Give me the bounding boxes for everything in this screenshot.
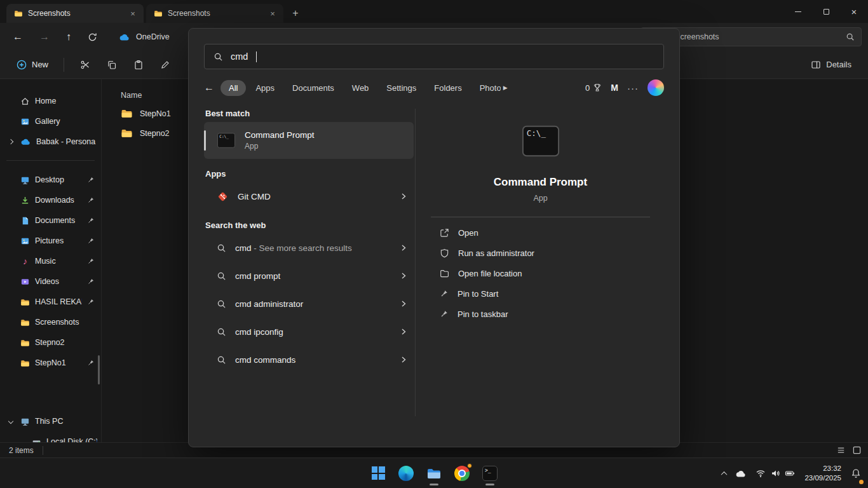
sidebar-scrollbar[interactable] (98, 355, 100, 384)
chevron-right-icon[interactable] (400, 244, 407, 252)
folder-icon (121, 107, 133, 119)
cut-button[interactable] (73, 54, 97, 76)
explorer-tab-2[interactable]: Screenshots × (146, 4, 283, 23)
thumbnail-view-icon[interactable] (852, 445, 862, 455)
web-result[interactable]: cmd commands (204, 346, 414, 374)
search-input[interactable]: cmd (204, 44, 664, 69)
sidebar-item-stepno1[interactable]: StepNo1 (0, 353, 101, 373)
chrome-button[interactable] (449, 461, 475, 486)
sidebar-item-local-disk-c[interactable]: Local Disk (C:) (0, 431, 101, 442)
result-title: cmd (235, 243, 252, 253)
downloads-icon (20, 196, 30, 205)
sidebar-item-hasil-rekam[interactable]: HASIL REKAM (0, 292, 101, 312)
copy-button[interactable] (100, 54, 124, 76)
chevron-down-icon (8, 419, 13, 424)
web-result[interactable]: cmd administrator (204, 290, 414, 318)
chevron-right-icon[interactable] (400, 356, 407, 363)
minimize-icon (795, 11, 801, 12)
action-pin-to-start[interactable]: Pin to Start (440, 283, 649, 304)
tab-close-icon[interactable]: × (127, 8, 139, 19)
terminal-button[interactable]: >_ (477, 461, 503, 486)
up-button[interactable]: ↑ (66, 31, 71, 43)
paste-button[interactable] (126, 54, 151, 76)
sidebar-item-music[interactable]: ♪ Music (0, 251, 101, 271)
result-title: cmd commands (235, 355, 295, 365)
sidebar-item-documents[interactable]: Documents (0, 210, 101, 231)
maximize-icon (824, 9, 829, 15)
folder-icon (20, 358, 30, 368)
minimize-button[interactable] (784, 0, 812, 23)
list-view-icon[interactable] (836, 445, 846, 455)
back-icon[interactable]: ← (204, 82, 214, 93)
action-open-file-location[interactable]: Open file location (440, 263, 649, 283)
sidebar-item-videos[interactable]: Videos (0, 271, 101, 292)
copilot-icon[interactable] (648, 79, 664, 96)
sidebar-item-gallery[interactable]: Gallery (0, 111, 101, 132)
music-icon: ♪ (20, 256, 30, 266)
filter-tab-apps[interactable]: Apps (247, 80, 283, 96)
web-result[interactable]: cmd ipconfig (204, 318, 414, 346)
more-options-icon[interactable]: ··· (627, 83, 639, 93)
new-button[interactable]: New (10, 56, 55, 74)
result-suffix: - See more search results (252, 243, 352, 253)
sidebar-item-downloads[interactable]: Downloads (0, 190, 101, 210)
chevron-right-icon[interactable] (400, 300, 407, 308)
action-run-as-administrator[interactable]: Run as administrator (440, 243, 649, 263)
explorer-tab-1[interactable]: Screenshots × (6, 4, 144, 23)
chevron-right-icon[interactable] (400, 272, 407, 280)
edge-button[interactable] (393, 461, 419, 486)
disk-drive-icon (32, 437, 41, 443)
web-result[interactable]: cmd prompt (204, 262, 414, 290)
battery-icon (785, 468, 795, 478)
maximize-button[interactable] (812, 0, 840, 23)
action-pin-to-taskbar[interactable]: Pin to taskbar (440, 304, 649, 324)
sidebar-item-screenshots[interactable]: Screenshots (0, 312, 101, 332)
forward-button[interactable]: → (39, 31, 50, 43)
file-explorer-icon (426, 466, 442, 481)
sidebar-item-stepno2[interactable]: Stepno2 (0, 332, 101, 353)
sidebar-item-desktop[interactable]: Desktop (0, 170, 101, 190)
toolbar-separator (64, 58, 64, 72)
rename-button[interactable] (153, 54, 177, 76)
web-result[interactable]: cmd - See more search results (204, 234, 414, 262)
sidebar-item-onedrive[interactable]: Babak - Persona (0, 132, 101, 152)
section-heading-best-match: Best match (205, 109, 414, 118)
filter-scroll-right-icon[interactable]: ▶ (503, 85, 508, 91)
refresh-button[interactable] (88, 32, 97, 42)
start-button[interactable] (365, 461, 391, 486)
action-open[interactable]: Open (440, 222, 649, 243)
new-tab-button[interactable]: + (287, 5, 304, 22)
folder-icon (121, 127, 133, 139)
tab-close-icon[interactable]: × (267, 8, 278, 19)
filter-tab-web[interactable]: Web (344, 80, 377, 96)
clock[interactable]: 23:32 23/09/2025 (801, 461, 845, 486)
filter-tab-photos[interactable]: Photos (471, 80, 501, 96)
tab-title: Screenshots (168, 9, 262, 18)
back-button[interactable]: ← (13, 31, 23, 43)
chevron-right-icon[interactable] (400, 328, 407, 336)
app-result-git-cmd[interactable]: Git CMD (204, 182, 414, 210)
filter-tab-settings[interactable]: Settings (378, 80, 424, 96)
rewards-button[interactable]: 0 (585, 83, 602, 93)
edge-icon (398, 466, 414, 481)
hidden-icons-button[interactable] (719, 461, 729, 486)
account-avatar[interactable]: M (611, 83, 618, 93)
filter-tab-documents[interactable]: Documents (284, 80, 342, 96)
details-pane-button[interactable]: Details (804, 56, 858, 74)
onedrive-cloud-icon (735, 470, 747, 478)
close-button[interactable]: × (840, 0, 868, 23)
notification-center-button[interactable] (848, 461, 864, 486)
onedrive-tray-button[interactable] (732, 461, 750, 486)
sidebar-item-this-pc[interactable]: This PC (0, 411, 101, 431)
file-explorer-button[interactable] (421, 461, 447, 486)
system-tray: 23:32 23/09/2025 (719, 458, 864, 488)
best-match-item[interactable]: Command Prompt App (204, 122, 414, 159)
filter-tab-folders[interactable]: Folders (426, 80, 470, 96)
chevron-right-icon[interactable] (400, 193, 407, 200)
sidebar-item-pictures[interactable]: Pictures (0, 231, 101, 251)
network-volume-battery-button[interactable] (752, 461, 798, 486)
breadcrumb[interactable]: OneDrive (119, 32, 170, 41)
filter-tab-all[interactable]: All (220, 80, 246, 96)
sidebar-item-home[interactable]: Home (0, 91, 101, 111)
explorer-titlebar: Screenshots × Screenshots × + × (0, 0, 868, 23)
